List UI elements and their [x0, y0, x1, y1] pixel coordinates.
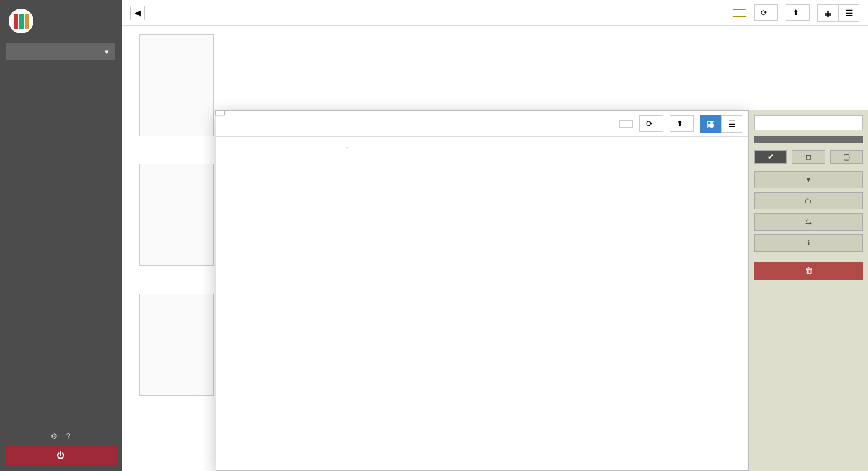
chevron-down-icon: ▾	[105, 47, 109, 56]
help-indicator-button[interactable]	[619, 120, 633, 128]
document-thumbnail[interactable]	[140, 294, 214, 396]
col-kdnum[interactable]	[626, 142, 674, 151]
breadcrumb-item[interactable]	[150, 11, 172, 15]
col-kennz[interactable]	[674, 142, 722, 151]
view-tooltip	[215, 110, 225, 115]
view-grid-button[interactable]: ▦	[700, 115, 721, 133]
col-status[interactable]	[440, 142, 626, 151]
table-header	[216, 137, 748, 156]
logout-button[interactable]: ⏻	[5, 446, 117, 465]
col-id[interactable]	[219, 142, 247, 151]
search-input[interactable]	[754, 115, 863, 130]
merge-documents-button[interactable]: ⇆	[754, 213, 863, 231]
company-selector[interactable]: ▾	[6, 43, 115, 60]
front-toolbar: ⟳ ⬆ ▦ ☰	[216, 111, 748, 137]
sidebar: ▾ ⚙ ? ⏻	[0, 0, 122, 471]
app-logo	[9, 9, 33, 33]
upload-icon: ⬆	[676, 119, 683, 128]
document-thumbnail[interactable]	[140, 34, 214, 136]
table-body	[216, 156, 748, 470]
view-grid-button[interactable]: ▦	[817, 4, 838, 22]
filter-from-selection-button[interactable]: ▾	[754, 171, 863, 188]
refresh-icon: ⟳	[761, 8, 768, 17]
col-added[interactable]	[345, 142, 407, 151]
help-link[interactable]: ?	[66, 432, 71, 441]
view-list-button[interactable]: ☰	[838, 4, 859, 22]
back-button[interactable]: ◀	[130, 6, 145, 20]
help-indicator-button[interactable]	[733, 9, 746, 17]
select-mode-square[interactable]: ◻	[792, 150, 825, 164]
refresh-button[interactable]: ⟳	[754, 4, 778, 21]
settings-link[interactable]: ⚙	[51, 432, 60, 441]
sidebar-section-label	[0, 69, 122, 74]
filter-panel: ✔ ◻ ▢ ▾ 🗀 ⇆ ℹ 🗑	[749, 110, 868, 471]
select-mode-empty[interactable]: ▢	[830, 150, 863, 164]
assign-folder-button[interactable]: 🗀	[754, 192, 863, 209]
refresh-button[interactable]: ⟳	[639, 115, 663, 132]
date-range-header[interactable]	[754, 136, 863, 143]
back-toolbar: ◀ ⟳ ⬆ ▦ ☰	[122, 0, 868, 26]
upload-button[interactable]: ⬆	[786, 4, 810, 21]
document-thumbnail[interactable]	[140, 164, 214, 266]
col-name[interactable]	[247, 142, 345, 151]
front-panel: ⟳ ⬆ ▦ ☰	[216, 110, 749, 471]
refresh-icon: ⟳	[646, 119, 653, 128]
delete-button[interactable]: 🗑	[754, 262, 863, 280]
view-list-button[interactable]: ☰	[721, 115, 742, 133]
information-button[interactable]: ℹ	[754, 234, 863, 252]
upload-button[interactable]: ⬆	[670, 115, 694, 132]
col-pages[interactable]	[407, 142, 440, 151]
upload-icon: ⬆	[792, 8, 799, 17]
select-mode-check[interactable]: ✔	[754, 150, 787, 164]
